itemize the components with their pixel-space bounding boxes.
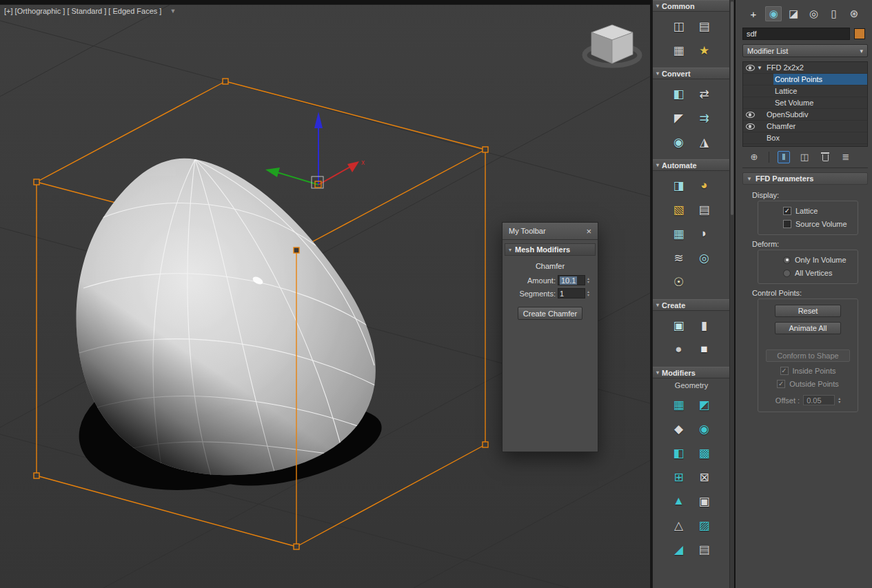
- stack-item-opensubdiv[interactable]: OpenSubdiv: [743, 109, 867, 121]
- section-header-modifiers[interactable]: ▾Modifiers: [653, 367, 730, 378]
- subdivide-icon[interactable]: ⊞: [669, 467, 689, 487]
- utility-hammer-icon[interactable]: ◮: [695, 132, 714, 152]
- create-plane-icon[interactable]: ■: [695, 340, 714, 359]
- inside-points-checkbox[interactable]: ✓ Inside Points: [780, 367, 836, 375]
- scrollbar-thumb[interactable]: [731, 1, 733, 215]
- paste-instance-icon[interactable]: ▦: [669, 41, 689, 60]
- stack-item-set-volume[interactable]: Set Volume: [743, 97, 867, 109]
- remove-modifier-icon[interactable]: [819, 151, 831, 163]
- viewport-filter-icon[interactable]: ▼: [170, 8, 176, 14]
- object-name-input[interactable]: [742, 28, 850, 40]
- modify-tab[interactable]: ◉: [765, 6, 782, 21]
- amount-field[interactable]: 10.1: [558, 275, 585, 285]
- offset-field[interactable]: 0.05: [803, 395, 835, 405]
- spinner-down-icon[interactable]: ▾: [587, 281, 589, 284]
- reset-button[interactable]: Reset: [775, 305, 841, 317]
- grid-fill-icon[interactable]: ▦: [669, 224, 689, 243]
- section-header-convert[interactable]: ▾Convert: [653, 68, 730, 79]
- tessellate-icon[interactable]: △: [669, 516, 689, 535]
- half-dome-icon[interactable]: ◕: [695, 176, 714, 195]
- hierarchy-tab[interactable]: ◪: [785, 6, 802, 21]
- show-end-convert-icon[interactable]: ◉: [669, 132, 689, 152]
- shell-icon[interactable]: ▣: [695, 491, 714, 511]
- convert-to-poly-icon[interactable]: ⇄: [695, 84, 714, 103]
- conform-to-shape-button[interactable]: Conform to Shape: [766, 349, 850, 362]
- visibility-eye-icon[interactable]: [746, 112, 755, 118]
- expand-caret-icon[interactable]: ▼: [757, 65, 765, 71]
- animate-all-button[interactable]: Animate All: [775, 322, 841, 334]
- chamfer-mod-icon[interactable]: ◆: [669, 419, 689, 438]
- delete-mesh-icon[interactable]: ⊠: [695, 467, 714, 487]
- create-box-icon[interactable]: ▣: [669, 316, 689, 335]
- close-icon[interactable]: ×: [586, 227, 591, 236]
- noise-mod-icon[interactable]: ▨: [695, 516, 714, 535]
- all-vertices-radio[interactable]: All Vertices: [783, 269, 853, 277]
- create-tab[interactable]: +: [745, 6, 762, 21]
- mesh-modifiers-rollout-header[interactable]: ▾ Mesh Modifiers: [505, 243, 596, 256]
- utilities-tab[interactable]: ⊛: [846, 6, 862, 21]
- paint-convert-icon[interactable]: ◤: [669, 108, 689, 128]
- configure-modifier-sets-icon[interactable]: ≣: [840, 151, 852, 163]
- modifier-list-dropdown[interactable]: Modifier List ▾: [742, 44, 868, 57]
- make-unique-icon[interactable]: ◫: [798, 151, 811, 163]
- viewport-menus[interactable]: [+] [Orthographic ] [ Standard ] [ Edged…: [4, 7, 161, 15]
- slice-icon[interactable]: ◢: [669, 540, 689, 559]
- spinner-down-icon[interactable]: ▾: [587, 294, 589, 297]
- object-color-swatch[interactable]: [854, 28, 865, 39]
- spherify-icon[interactable]: ◉: [695, 419, 714, 438]
- edit-poly-icon[interactable]: ▤: [695, 540, 714, 559]
- floating-toolbar-titlebar[interactable]: My Toolbar ×: [503, 223, 598, 240]
- create-chamfer-button[interactable]: Create Chamfer: [518, 307, 582, 320]
- optimize-icon[interactable]: ▲: [669, 491, 689, 511]
- egg-object[interactable]: [77, 159, 382, 476]
- motion-tab[interactable]: ◎: [806, 6, 822, 21]
- pattern-array-icon[interactable]: ▧: [669, 200, 689, 219]
- display-tab[interactable]: ▯: [826, 6, 842, 21]
- convert-to-mesh-icon[interactable]: ◧: [669, 84, 689, 103]
- section-header-create[interactable]: ▾Create: [653, 299, 730, 311]
- target-icon[interactable]: ◎: [695, 248, 714, 267]
- stack-item-lattice[interactable]: Lattice: [743, 85, 867, 97]
- stack-item-box[interactable]: Box: [743, 132, 867, 144]
- visibility-eye-icon[interactable]: [746, 123, 755, 130]
- amount-spinner-arrows[interactable]: ▴ ▾: [587, 277, 589, 284]
- ffd-parameters-rollout-header[interactable]: ▼ FFD Parameters: [742, 172, 868, 185]
- create-cylinder-icon[interactable]: ▮: [695, 316, 714, 335]
- transform-gizmo[interactable]: x: [265, 112, 365, 188]
- collapse-stack-icon[interactable]: ★: [695, 41, 714, 60]
- stack-item-ffd-2x2x2[interactable]: ▼FFD 2x2x2: [743, 62, 867, 74]
- icon-column-scrollbar[interactable]: [729, 0, 734, 588]
- view-cube[interactable]: [585, 25, 640, 65]
- segments-spinner-arrows[interactable]: ▴ ▾: [587, 290, 589, 297]
- display-group: ✓ Lattice ✓ Source Volume: [758, 201, 858, 235]
- copy-icon[interactable]: ◫: [669, 17, 689, 36]
- source-volume-checkbox[interactable]: ✓ Source Volume: [783, 220, 853, 228]
- section-header-automate[interactable]: ▾Automate: [653, 159, 730, 171]
- pin-stack-icon[interactable]: ⊕: [748, 151, 760, 163]
- floating-toolbar[interactable]: My Toolbar × ▾ Mesh Modifiers Chamfer Am…: [502, 222, 598, 452]
- noise-wave-icon[interactable]: ≋: [669, 248, 689, 267]
- section-header-common[interactable]: ▾Common: [653, 0, 730, 12]
- lightbulb-icon[interactable]: ☉: [669, 272, 689, 292]
- lattice-mod-icon[interactable]: ▩: [695, 443, 714, 463]
- visibility-eye-icon[interactable]: [746, 65, 755, 71]
- spinner-down-icon[interactable]: ▾: [838, 401, 840, 404]
- paste-icon[interactable]: ▤: [695, 17, 714, 36]
- show-end-result-icon[interactable]: ‖: [778, 151, 790, 163]
- segments-field[interactable]: 1: [558, 288, 585, 298]
- curve-icon[interactable]: ◗: [695, 224, 714, 243]
- slate-icon[interactable]: ◨: [669, 176, 689, 195]
- viewport-label-bar[interactable]: [+] [Orthographic ] [ Standard ] [ Edged…: [4, 7, 176, 15]
- offset-spinner-arrows[interactable]: ▴ ▾: [838, 397, 840, 404]
- convert-to-patch-icon[interactable]: ⇉: [695, 108, 714, 128]
- lattice-checkbox[interactable]: ✓ Lattice: [783, 207, 853, 215]
- stack-item-chamfer[interactable]: Chamfer: [743, 121, 867, 132]
- stack-item-control-points[interactable]: Control Points: [743, 74, 867, 85]
- only-in-volume-radio[interactable]: Only In Volume: [783, 256, 853, 264]
- list-ops-icon[interactable]: ▤: [695, 200, 714, 219]
- turbosmooth-icon[interactable]: ◩: [695, 395, 714, 414]
- symmetry-icon[interactable]: ◧: [669, 443, 689, 463]
- outside-points-checkbox[interactable]: ✓ Outside Points: [777, 380, 839, 388]
- quadify-mesh-icon[interactable]: ▦: [669, 395, 689, 414]
- create-sphere-icon[interactable]: ●: [669, 340, 689, 359]
